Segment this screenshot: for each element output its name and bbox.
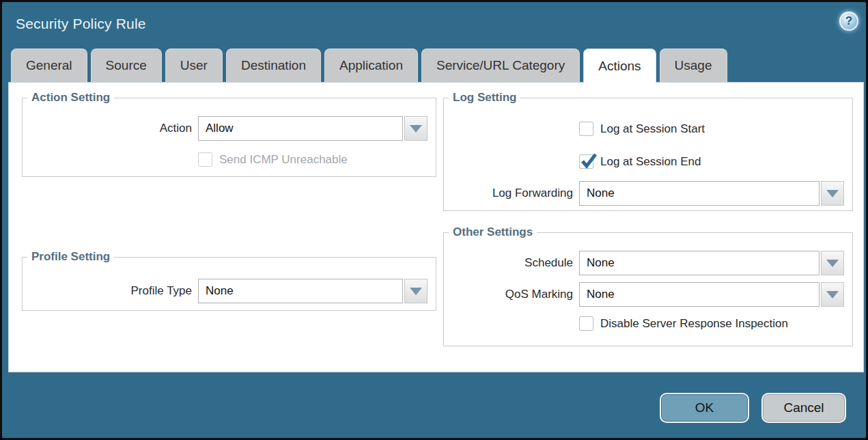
tab-general[interactable]: General bbox=[11, 49, 87, 82]
send-icmp-label: Send ICMP Unreachable bbox=[219, 153, 348, 167]
tab-content-panel: Action Setting Action Allow Send ICMP Un… bbox=[8, 82, 864, 372]
tab-user[interactable]: User bbox=[165, 49, 223, 82]
profile-setting-legend: Profile Setting bbox=[27, 250, 114, 264]
other-settings-legend: Other Settings bbox=[449, 225, 537, 239]
qos-marking-dropdown[interactable]: None bbox=[579, 282, 820, 307]
tab-source[interactable]: Source bbox=[91, 49, 162, 82]
ok-button[interactable]: OK bbox=[660, 393, 749, 423]
tab-service-url-category[interactable]: Service/URL Category bbox=[421, 49, 580, 82]
dsri-label: Disable Server Response Inspection bbox=[600, 317, 788, 331]
schedule-row: Schedule None bbox=[444, 251, 852, 275]
tab-usage[interactable]: Usage bbox=[660, 49, 727, 82]
tab-application[interactable]: Application bbox=[324, 49, 418, 82]
cancel-button[interactable]: Cancel bbox=[761, 393, 846, 423]
chevron-down-icon bbox=[826, 190, 839, 197]
log-session-end-label: Log at Session End bbox=[600, 155, 701, 169]
chevron-down-icon bbox=[410, 125, 422, 133]
qos-marking-label: QoS Marking bbox=[444, 288, 579, 301]
qos-marking-dropdown-button[interactable] bbox=[821, 282, 844, 307]
tab-destination[interactable]: Destination bbox=[226, 49, 321, 82]
action-setting-group: Action Setting Action Allow Send ICMP Un… bbox=[22, 91, 436, 177]
log-setting-group: Log Setting Log at Session Start bbox=[443, 91, 853, 211]
log-session-end-checkbox[interactable] bbox=[579, 154, 593, 169]
profile-type-label: Profile Type bbox=[23, 284, 198, 298]
help-icon[interactable]: ? bbox=[839, 12, 858, 31]
log-setting-legend: Log Setting bbox=[449, 91, 520, 105]
send-icmp-row: Send ICMP Unreachable bbox=[23, 152, 436, 167]
log-session-start-label: Log at Session Start bbox=[600, 122, 705, 136]
dsri-checkbox[interactable] bbox=[579, 316, 593, 331]
log-session-start-checkbox[interactable] bbox=[579, 122, 593, 136]
chevron-down-icon bbox=[410, 288, 422, 295]
profile-type-row: Profile Type None bbox=[23, 279, 436, 303]
action-dropdown-button[interactable] bbox=[404, 116, 428, 141]
log-session-start-row: Log at Session Start bbox=[444, 122, 852, 136]
qos-marking-row: QoS Marking None bbox=[444, 282, 852, 307]
action-setting-legend: Action Setting bbox=[27, 91, 114, 105]
action-label: Action bbox=[23, 122, 198, 135]
action-dropdown[interactable]: Allow bbox=[198, 116, 403, 141]
log-forwarding-label: Log Forwarding bbox=[444, 187, 579, 200]
screen: Security Policy Rule ? General Source Us… bbox=[0, 0, 868, 440]
profile-setting-group: Profile Setting Profile Type None bbox=[22, 250, 436, 311]
schedule-dropdown[interactable]: None bbox=[579, 251, 820, 275]
profile-type-dropdown[interactable]: None bbox=[198, 279, 403, 303]
other-settings-group: Other Settings Schedule None QoS Marking… bbox=[443, 225, 853, 346]
log-forwarding-row: Log Forwarding None bbox=[444, 181, 852, 206]
schedule-dropdown-button[interactable] bbox=[821, 251, 844, 275]
chevron-down-icon bbox=[826, 291, 839, 299]
profile-type-dropdown-button[interactable] bbox=[404, 279, 428, 303]
send-icmp-checkbox bbox=[198, 152, 212, 167]
log-forwarding-dropdown-button[interactable] bbox=[821, 181, 844, 206]
action-row: Action Allow bbox=[23, 116, 436, 141]
tab-actions[interactable]: Actions bbox=[583, 49, 656, 83]
checkmark-icon bbox=[580, 152, 598, 170]
log-session-end-row: Log at Session End bbox=[444, 154, 852, 169]
tab-bar: General Source User Destination Applicat… bbox=[11, 49, 727, 83]
security-policy-rule-dialog: Security Policy Rule ? General Source Us… bbox=[0, 0, 868, 440]
dsri-row: Disable Server Response Inspection bbox=[444, 316, 852, 331]
dialog-title: Security Policy Rule bbox=[16, 16, 146, 32]
log-forwarding-dropdown[interactable]: None bbox=[579, 181, 820, 206]
schedule-label: Schedule bbox=[444, 256, 579, 270]
chevron-down-icon bbox=[826, 260, 839, 267]
